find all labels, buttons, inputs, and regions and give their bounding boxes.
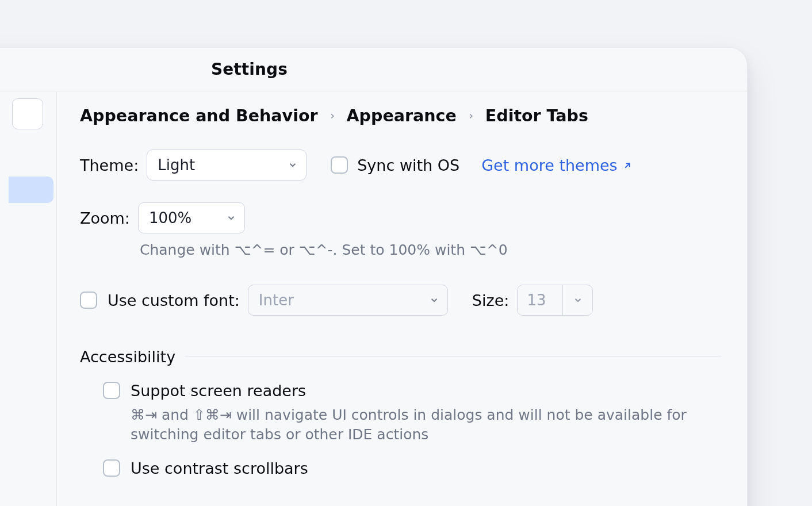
breadcrumb-item[interactable]: Editor Tabs — [485, 106, 588, 125]
get-more-themes-label: Get more themes — [481, 156, 618, 174]
breadcrumb-item[interactable]: Appearance — [347, 106, 457, 125]
sidebar-search-input[interactable] — [12, 98, 43, 129]
screen-readers-row[interactable]: Suppot screen readers — [80, 382, 722, 400]
theme-select[interactable]: Light — [147, 150, 307, 181]
use-custom-font-label: Use custom font: — [108, 292, 240, 309]
theme-label: Theme: — [80, 156, 139, 174]
contrast-scrollbars-checkbox[interactable] — [103, 459, 120, 477]
custom-font-row: Use custom font: Inter Size: 13 — [80, 285, 722, 316]
content: Appearance and Behavior Appearance Edito… — [57, 91, 747, 506]
screen-readers-label: Suppot screen readers — [131, 382, 306, 400]
sync-with-os[interactable]: Sync with OS — [331, 156, 459, 174]
window-body: Appearance and Behavior Appearance Edito… — [0, 91, 747, 506]
sidebar-item[interactable] — [9, 147, 49, 173]
external-link-icon — [622, 156, 633, 174]
zoom-label: Zoom: — [80, 209, 130, 227]
screen-readers-hint: ⌘⇥ and ⇧⌘⇥ will navigate UI controls in … — [80, 405, 690, 444]
stage: Settings Appearance and Behavior Appeara… — [0, 0, 812, 506]
breadcrumb: Appearance and Behavior Appearance Edito… — [80, 106, 722, 125]
use-custom-font-checkbox[interactable] — [80, 292, 97, 309]
accessibility-section-header: Accessibility — [80, 348, 722, 366]
screen-readers-checkbox[interactable] — [103, 382, 120, 399]
zoom-select[interactable]: 100% — [138, 202, 245, 233]
chevron-right-icon — [467, 112, 475, 120]
custom-font-value: Inter — [259, 292, 294, 309]
sidebar-item-selected[interactable] — [9, 177, 53, 203]
zoom-row: Zoom: 100% — [80, 202, 722, 233]
font-size-group: Size: 13 — [472, 285, 593, 316]
font-size-value: 13 — [518, 285, 562, 315]
contrast-scrollbars-label: Use contrast scrollbars — [131, 459, 308, 477]
chevron-down-icon — [226, 209, 236, 227]
settings-window: Settings Appearance and Behavior Appeara… — [0, 47, 748, 506]
window-title: Settings — [211, 60, 288, 79]
sidebar — [0, 91, 57, 506]
font-size-label: Size: — [472, 292, 510, 309]
section-divider — [185, 356, 722, 357]
theme-select-value: Light — [158, 156, 195, 174]
theme-row: Theme: Light Sync with OS Get more theme… — [80, 150, 722, 181]
font-size-stepper[interactable]: 13 — [517, 285, 593, 316]
sync-with-os-label: Sync with OS — [357, 156, 459, 174]
custom-font-select[interactable]: Inter — [248, 285, 448, 316]
chevron-down-icon[interactable] — [562, 285, 592, 315]
zoom-select-value: 100% — [149, 209, 191, 227]
accessibility-title: Accessibility — [80, 348, 175, 366]
zoom-hint: Change with ⌥^= or ⌥^-. Set to 100% with… — [140, 241, 722, 258]
sync-with-os-checkbox[interactable] — [331, 156, 348, 174]
zoom-block: Zoom: 100% Change with ⌥^= or ⌥^-. Set t… — [80, 202, 722, 258]
chevron-down-icon — [429, 292, 439, 309]
get-more-themes-link[interactable]: Get more themes — [481, 156, 633, 174]
chevron-right-icon — [328, 112, 336, 120]
breadcrumb-item[interactable]: Appearance and Behavior — [80, 106, 318, 125]
contrast-scrollbars-row[interactable]: Use contrast scrollbars — [80, 459, 722, 477]
chevron-down-icon — [288, 156, 298, 174]
titlebar: Settings — [0, 48, 747, 91]
